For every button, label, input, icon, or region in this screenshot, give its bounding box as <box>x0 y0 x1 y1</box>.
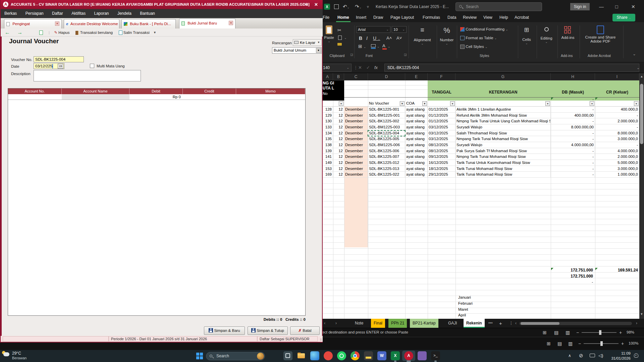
multi-currency-checkbox[interactable] <box>90 64 94 68</box>
cell-coa[interactable]: ayat silang <box>405 160 428 166</box>
zoom-level[interactable]: 98% <box>627 330 634 334</box>
cell-day[interactable]: 12 <box>333 154 344 160</box>
tab-accurate-welcome[interactable]: e Accurate Desktop Welcome <box>64 19 119 28</box>
cell-month[interactable]: Desember <box>344 130 368 136</box>
cell-db[interactable]: - <box>551 107 595 113</box>
copy-doc-icon[interactable] <box>39 28 43 37</box>
cell-day[interactable]: 12 <box>333 107 344 113</box>
cell-voucher[interactable]: SDL-BM1225-003 <box>368 124 405 130</box>
col-header-D[interactable]: D <box>368 73 405 80</box>
col-header-F[interactable]: F <box>428 73 455 80</box>
font-name-combo[interactable]: Arial⌄ <box>356 26 390 33</box>
spreadsheet-grid[interactable]: NG GI UTA L No TANGGAL KETERANGAN DB (Ma… <box>322 80 639 319</box>
cell-cr[interactable]: - <box>595 113 639 119</box>
simpan-tutup-button[interactable]: Simpan & Tutup <box>248 326 288 335</box>
cell-day[interactable]: 12 <box>333 118 344 124</box>
grow-font-button[interactable]: A˄ <box>386 36 392 41</box>
cell-date[interactable]: 16/12/2025 <box>428 160 455 166</box>
sheet-tab-final[interactable]: Final <box>371 319 385 328</box>
cell-no[interactable]: 169 <box>322 172 333 178</box>
cell-description[interactable]: Tarik Tunai Mohamad Risqi Sisw <box>455 166 551 172</box>
cell-coa[interactable]: ayat silang <box>405 166 428 172</box>
tab-file[interactable]: File <box>321 13 331 22</box>
close-icon[interactable]: ✕ <box>631 0 635 13</box>
share-button[interactable]: Share ⌄ <box>612 14 635 21</box>
cell-day[interactable]: 12 <box>333 172 344 178</box>
header-debit[interactable]: Debit <box>129 88 183 94</box>
simpan-baru-button[interactable]: Simpan & Baru <box>204 326 245 335</box>
filter-dropdown-icon[interactable]: ▾ <box>545 101 550 106</box>
terminal-icon[interactable]: >_ <box>431 351 440 360</box>
col-header-E[interactable]: E <box>405 73 428 80</box>
cell-db[interactable]: - <box>551 172 595 178</box>
menu-bantuan[interactable]: Bantuan <box>136 9 159 18</box>
scrollbar-thumb[interactable] <box>640 84 643 144</box>
redo-icon[interactable]: ↷⌄ <box>355 0 362 14</box>
sheet-tabs-more-icon[interactable]: ••• <box>486 319 495 328</box>
font-color-icon[interactable]: A <box>382 43 387 50</box>
dialog-launcher-icon[interactable]: ◲ <box>350 53 353 56</box>
scrollbar-thumb[interactable] <box>521 322 559 325</box>
cell-day[interactable]: 12 <box>333 160 344 166</box>
cell-no[interactable]: 139 <box>322 148 333 154</box>
tab-acrobat[interactable]: Acrobat <box>513 13 530 22</box>
taskbar-search[interactable]: Search <box>206 352 265 360</box>
sign-in-button[interactable]: Sign in <box>570 3 590 10</box>
alignment-group-button[interactable]: ≡ Alignment⌄ <box>412 26 433 45</box>
cell-month[interactable]: Desember <box>344 124 368 130</box>
total-db-1[interactable]: 172.751.000 <box>551 268 593 273</box>
cell-db[interactable]: 400.000,00 <box>551 113 595 119</box>
cell-description[interactable]: Suryadi Walujo <box>455 142 551 148</box>
tab-draw[interactable]: Draw <box>372 13 384 22</box>
cell-description[interactable]: Akrilik 3Mm 1 Lbrwilan Agustine <box>455 107 551 113</box>
notification-bell-icon[interactable]: z <box>634 353 638 358</box>
cell-db[interactable]: 8.000.000,00 <box>551 124 595 130</box>
cell-voucher[interactable]: SDL-BK1225-007 <box>368 154 405 160</box>
cell-cr[interactable]: 2.000.000,0 <box>595 154 639 160</box>
excel-icon[interactable]: X <box>391 351 400 360</box>
add-sheet-icon[interactable]: + <box>496 319 505 328</box>
cell-cr[interactable]: 5.000.000,0 <box>595 160 639 166</box>
save-icon[interactable] <box>334 4 339 9</box>
batal-button[interactable]: ✗ Batal <box>290 326 320 335</box>
scroll-down-icon[interactable]: ▼ <box>639 312 644 316</box>
menu-daftar[interactable]: Daftar <box>48 9 67 18</box>
menu-persiapan[interactable]: Persiapan <box>22 9 47 18</box>
transaksi-berulang-button[interactable]: Transaksi berulang <box>75 28 113 37</box>
tab-data[interactable]: Data <box>446 13 458 22</box>
chevron-down-icon[interactable]: ▼ <box>153 28 156 37</box>
formula-input[interactable]: SDL-BK1225-004 <box>384 64 639 72</box>
cut-icon[interactable]: ✂ <box>337 27 341 33</box>
chrome-icon[interactable] <box>351 351 360 360</box>
sheet-tab-note[interactable]: Note <box>352 319 366 328</box>
template-dropdown[interactable]: Bukti Jurnal Umum ▼ <box>272 47 322 54</box>
back-icon[interactable]: ← <box>5 28 10 37</box>
filter-dropdown-icon[interactable]: ▾ <box>450 101 455 106</box>
copy-icon[interactable] <box>338 36 342 40</box>
cell-cr[interactable]: - <box>595 124 639 130</box>
cell-cr[interactable]: 3.000.000,0 <box>595 136 639 142</box>
borders-icon[interactable]: ⊞ ⌄ <box>358 44 366 49</box>
forward-icon[interactable]: → <box>17 28 22 37</box>
cell-coa[interactable]: ayat silang <box>405 107 428 113</box>
cell-date[interactable]: 08/12/2025 <box>428 148 455 154</box>
cell-date[interactable]: 18/12/2025 <box>428 166 455 172</box>
clock-widget[interactable]: 11:09 31/01/2026 <box>609 351 631 361</box>
zoom-in-icon[interactable]: + <box>619 330 622 335</box>
corner-title-cells[interactable]: NG GI UTA L No <box>322 80 344 101</box>
cell-db[interactable]: - <box>551 118 595 124</box>
maximize-icon[interactable]: □ <box>615 0 618 13</box>
cell-db[interactable]: - <box>551 160 595 166</box>
tab-review[interactable]: Review <box>462 13 478 22</box>
vertical-scrollbar[interactable]: ▲ ▼ <box>639 73 644 319</box>
filter-funnel-icon[interactable]: ▼ <box>422 101 427 106</box>
dialog-launcher-icon[interactable]: ◲ <box>404 53 407 56</box>
cell-day[interactable]: 12 <box>333 113 344 119</box>
cell-month-april[interactable]: April <box>457 313 551 317</box>
cell-db[interactable]: - <box>551 166 595 172</box>
zoom-slider[interactable] <box>584 343 619 344</box>
table-row[interactable]: Rp 0 <box>8 94 305 100</box>
file-explorer-icon[interactable] <box>297 351 306 360</box>
sheet-tab-rekening-active[interactable]: Rekenin <box>464 319 485 328</box>
search-box[interactable]: Search <box>455 2 542 11</box>
